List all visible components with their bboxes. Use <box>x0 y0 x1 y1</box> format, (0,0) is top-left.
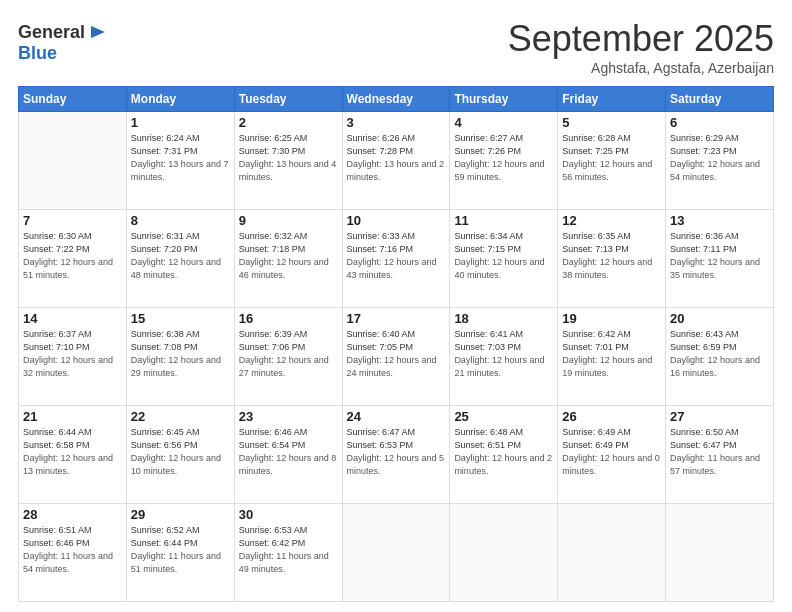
day-number: 11 <box>454 213 553 228</box>
day-number: 9 <box>239 213 338 228</box>
calendar-cell <box>666 504 774 602</box>
day-info: Sunrise: 6:43 AMSunset: 6:59 PMDaylight:… <box>670 328 769 380</box>
day-info: Sunrise: 6:36 AMSunset: 7:11 PMDaylight:… <box>670 230 769 282</box>
month-title: September 2025 <box>508 18 774 60</box>
calendar-cell: 15Sunrise: 6:38 AMSunset: 7:08 PMDayligh… <box>126 308 234 406</box>
week-row-3: 21Sunrise: 6:44 AMSunset: 6:58 PMDayligh… <box>19 406 774 504</box>
calendar-cell <box>450 504 558 602</box>
day-info: Sunrise: 6:25 AMSunset: 7:30 PMDaylight:… <box>239 132 338 184</box>
day-number: 7 <box>23 213 122 228</box>
day-info: Sunrise: 6:51 AMSunset: 6:46 PMDaylight:… <box>23 524 122 576</box>
calendar-cell: 17Sunrise: 6:40 AMSunset: 7:05 PMDayligh… <box>342 308 450 406</box>
day-info: Sunrise: 6:40 AMSunset: 7:05 PMDaylight:… <box>347 328 446 380</box>
logo-flag-icon <box>87 22 109 44</box>
logo: General Blue <box>18 22 109 64</box>
day-info: Sunrise: 6:47 AMSunset: 6:53 PMDaylight:… <box>347 426 446 478</box>
calendar-cell: 4Sunrise: 6:27 AMSunset: 7:26 PMDaylight… <box>450 112 558 210</box>
day-info: Sunrise: 6:33 AMSunset: 7:16 PMDaylight:… <box>347 230 446 282</box>
day-number: 23 <box>239 409 338 424</box>
day-info: Sunrise: 6:53 AMSunset: 6:42 PMDaylight:… <box>239 524 338 576</box>
logo-general: General <box>18 23 85 43</box>
calendar-cell: 22Sunrise: 6:45 AMSunset: 6:56 PMDayligh… <box>126 406 234 504</box>
day-info: Sunrise: 6:27 AMSunset: 7:26 PMDaylight:… <box>454 132 553 184</box>
day-info: Sunrise: 6:37 AMSunset: 7:10 PMDaylight:… <box>23 328 122 380</box>
weekday-monday: Monday <box>126 87 234 112</box>
day-info: Sunrise: 6:38 AMSunset: 7:08 PMDaylight:… <box>131 328 230 380</box>
day-number: 2 <box>239 115 338 130</box>
calendar-cell: 2Sunrise: 6:25 AMSunset: 7:30 PMDaylight… <box>234 112 342 210</box>
calendar-cell: 19Sunrise: 6:42 AMSunset: 7:01 PMDayligh… <box>558 308 666 406</box>
title-block: September 2025 Aghstafa, Agstafa, Azerba… <box>508 18 774 76</box>
calendar-cell: 26Sunrise: 6:49 AMSunset: 6:49 PMDayligh… <box>558 406 666 504</box>
calendar-cell: 27Sunrise: 6:50 AMSunset: 6:47 PMDayligh… <box>666 406 774 504</box>
day-info: Sunrise: 6:35 AMSunset: 7:13 PMDaylight:… <box>562 230 661 282</box>
day-info: Sunrise: 6:34 AMSunset: 7:15 PMDaylight:… <box>454 230 553 282</box>
calendar-cell: 3Sunrise: 6:26 AMSunset: 7:28 PMDaylight… <box>342 112 450 210</box>
header: General Blue September 2025 Aghstafa, Ag… <box>18 18 774 76</box>
day-number: 30 <box>239 507 338 522</box>
day-number: 6 <box>670 115 769 130</box>
weekday-wednesday: Wednesday <box>342 87 450 112</box>
week-row-0: 1Sunrise: 6:24 AMSunset: 7:31 PMDaylight… <box>19 112 774 210</box>
week-row-4: 28Sunrise: 6:51 AMSunset: 6:46 PMDayligh… <box>19 504 774 602</box>
day-info: Sunrise: 6:44 AMSunset: 6:58 PMDaylight:… <box>23 426 122 478</box>
calendar-cell: 9Sunrise: 6:32 AMSunset: 7:18 PMDaylight… <box>234 210 342 308</box>
calendar-cell: 20Sunrise: 6:43 AMSunset: 6:59 PMDayligh… <box>666 308 774 406</box>
day-number: 26 <box>562 409 661 424</box>
calendar-cell: 25Sunrise: 6:48 AMSunset: 6:51 PMDayligh… <box>450 406 558 504</box>
day-number: 21 <box>23 409 122 424</box>
calendar-cell: 16Sunrise: 6:39 AMSunset: 7:06 PMDayligh… <box>234 308 342 406</box>
calendar-cell: 8Sunrise: 6:31 AMSunset: 7:20 PMDaylight… <box>126 210 234 308</box>
calendar-cell: 7Sunrise: 6:30 AMSunset: 7:22 PMDaylight… <box>19 210 127 308</box>
calendar-cell: 11Sunrise: 6:34 AMSunset: 7:15 PMDayligh… <box>450 210 558 308</box>
day-number: 24 <box>347 409 446 424</box>
day-number: 16 <box>239 311 338 326</box>
day-number: 12 <box>562 213 661 228</box>
day-number: 28 <box>23 507 122 522</box>
calendar-cell: 18Sunrise: 6:41 AMSunset: 7:03 PMDayligh… <box>450 308 558 406</box>
day-number: 10 <box>347 213 446 228</box>
calendar-cell: 30Sunrise: 6:53 AMSunset: 6:42 PMDayligh… <box>234 504 342 602</box>
calendar-cell: 24Sunrise: 6:47 AMSunset: 6:53 PMDayligh… <box>342 406 450 504</box>
weekday-friday: Friday <box>558 87 666 112</box>
calendar-cell: 28Sunrise: 6:51 AMSunset: 6:46 PMDayligh… <box>19 504 127 602</box>
calendar-cell: 12Sunrise: 6:35 AMSunset: 7:13 PMDayligh… <box>558 210 666 308</box>
day-info: Sunrise: 6:24 AMSunset: 7:31 PMDaylight:… <box>131 132 230 184</box>
day-number: 13 <box>670 213 769 228</box>
day-info: Sunrise: 6:46 AMSunset: 6:54 PMDaylight:… <box>239 426 338 478</box>
calendar-cell: 14Sunrise: 6:37 AMSunset: 7:10 PMDayligh… <box>19 308 127 406</box>
weekday-tuesday: Tuesday <box>234 87 342 112</box>
day-number: 15 <box>131 311 230 326</box>
calendar: SundayMondayTuesdayWednesdayThursdayFrid… <box>18 86 774 602</box>
day-number: 20 <box>670 311 769 326</box>
day-info: Sunrise: 6:48 AMSunset: 6:51 PMDaylight:… <box>454 426 553 478</box>
logo-blue: Blue <box>18 43 57 63</box>
day-info: Sunrise: 6:50 AMSunset: 6:47 PMDaylight:… <box>670 426 769 478</box>
calendar-cell: 10Sunrise: 6:33 AMSunset: 7:16 PMDayligh… <box>342 210 450 308</box>
calendar-cell: 6Sunrise: 6:29 AMSunset: 7:23 PMDaylight… <box>666 112 774 210</box>
page: General Blue September 2025 Aghstafa, Ag… <box>0 0 792 612</box>
day-number: 5 <box>562 115 661 130</box>
week-row-2: 14Sunrise: 6:37 AMSunset: 7:10 PMDayligh… <box>19 308 774 406</box>
day-number: 27 <box>670 409 769 424</box>
day-info: Sunrise: 6:28 AMSunset: 7:25 PMDaylight:… <box>562 132 661 184</box>
day-info: Sunrise: 6:29 AMSunset: 7:23 PMDaylight:… <box>670 132 769 184</box>
calendar-cell: 29Sunrise: 6:52 AMSunset: 6:44 PMDayligh… <box>126 504 234 602</box>
day-number: 8 <box>131 213 230 228</box>
day-info: Sunrise: 6:30 AMSunset: 7:22 PMDaylight:… <box>23 230 122 282</box>
day-info: Sunrise: 6:39 AMSunset: 7:06 PMDaylight:… <box>239 328 338 380</box>
calendar-cell: 23Sunrise: 6:46 AMSunset: 6:54 PMDayligh… <box>234 406 342 504</box>
calendar-cell: 1Sunrise: 6:24 AMSunset: 7:31 PMDaylight… <box>126 112 234 210</box>
day-number: 22 <box>131 409 230 424</box>
calendar-cell: 21Sunrise: 6:44 AMSunset: 6:58 PMDayligh… <box>19 406 127 504</box>
calendar-cell <box>558 504 666 602</box>
weekday-saturday: Saturday <box>666 87 774 112</box>
calendar-cell <box>342 504 450 602</box>
day-number: 1 <box>131 115 230 130</box>
day-number: 4 <box>454 115 553 130</box>
day-info: Sunrise: 6:45 AMSunset: 6:56 PMDaylight:… <box>131 426 230 478</box>
day-info: Sunrise: 6:31 AMSunset: 7:20 PMDaylight:… <box>131 230 230 282</box>
svg-marker-0 <box>91 26 105 38</box>
weekday-header-row: SundayMondayTuesdayWednesdayThursdayFrid… <box>19 87 774 112</box>
day-number: 14 <box>23 311 122 326</box>
